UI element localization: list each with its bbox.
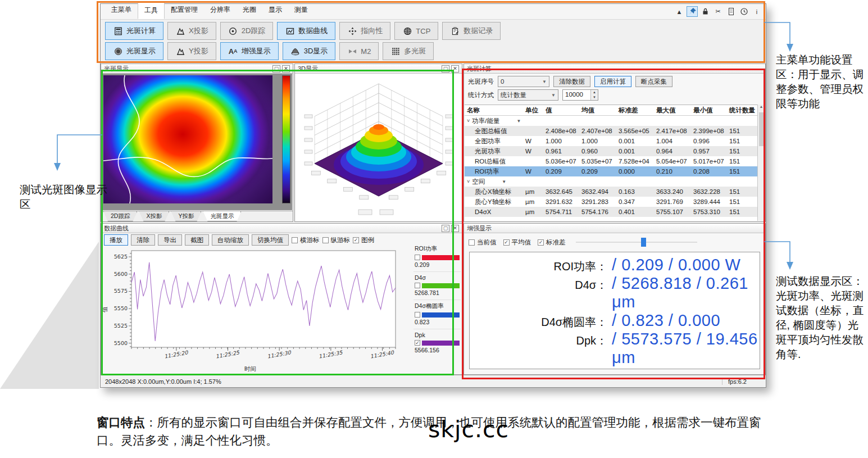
stat-count-spinner[interactable]: 10000 ▲▼ [562,89,598,101]
curve-checkbox-图例[interactable]: ✓图例 [353,236,374,244]
table-header[interactable]: 单位 [523,106,543,115]
table-header[interactable]: 统计数量 [727,106,757,115]
curve-checkbox-纵游标[interactable]: 纵游标 [322,236,351,244]
curve-chart-area[interactable]: 值 55005525555055755600562511:25:2011:25:… [101,247,412,374]
curve-button-导出[interactable]: 导出 [158,234,182,246]
menu-tab-光圈[interactable]: 光圈 [237,2,262,19]
calc-button-启用计算[interactable]: 启用计算 [594,76,631,87]
calc-button-断点采集[interactable]: 断点采集 [635,76,672,87]
menu-tab-主菜单[interactable]: 主菜单 [105,2,138,19]
ribbon-button-多光斑[interactable]: 多光斑 [383,42,434,60]
legend-checkbox[interactable]: ✓ [415,340,420,346]
table-header[interactable]: 均值 [579,106,616,115]
stat-mode-select[interactable]: 统计数量 ▼ [498,89,558,101]
table-cell: 0.001 [616,148,654,155]
collapse-group-icon[interactable]: ˅ [467,118,470,124]
maximize-button[interactable]: ▢ [442,65,449,72]
ribbon-button-M2[interactable]: M2 [339,42,379,60]
ribbon-button-X投影[interactable]: X投影 [167,22,216,40]
table-row[interactable]: 质心Y轴坐标µm3291.6323291.2830.3473291.769328… [465,197,757,207]
table-header[interactable]: 名称 [465,106,523,115]
table-row[interactable]: 全图总幅值2.408e+082.407e+083.565e+052.417e+0… [465,126,757,136]
ribbon-button-指向性[interactable]: 指向性 [339,22,390,40]
table-row[interactable]: ROI功率W0.2090.2090.0000.2100.208151 [465,166,757,176]
file-icon[interactable] [725,6,737,17]
ribbon-button-光斑计算[interactable]: 光斑计算 [105,22,163,40]
table-cell: W [523,168,543,175]
maximize-button[interactable]: ▢ [442,225,449,232]
enhanced-checkbox-当前值[interactable]: 当前值 [469,238,497,247]
table-row[interactable]: D4σXµm5754.7115754.1760.4015755.1075753.… [465,207,757,217]
ribbon-button-增强显示[interactable]: AA增强显示 [220,42,279,60]
curve-checkbox-横游标[interactable]: 横游标 [292,236,320,244]
curve-button-清除[interactable]: 清除 [131,234,155,246]
table-row[interactable]: 全图功率W1.0001.0000.0011.0040.996151 [465,136,757,146]
checkbox-icon[interactable] [292,237,298,243]
table-header[interactable]: 最小值 [691,106,727,115]
table-header[interactable]: 值 [543,106,579,115]
app-window: 主菜单工具配置管理分辨率光圈显示测量 ▲✂i 光斑计算X投影2D跟踪数据曲线指向… [100,3,766,388]
ribbon-button-数据记录[interactable]: 数据记录 [442,22,501,40]
collapse-group-icon[interactable]: ˅ [467,179,470,184]
beam-tab-2D跟踪[interactable]: 2D跟踪 [103,211,137,221]
table-row[interactable]: 光斑功率W0.9610.9600.0010.9640.957151 [465,146,757,156]
table-cell: 0.401 [616,208,654,215]
legend-checkbox[interactable] [415,255,420,260]
beam-tab-X投影[interactable]: X投影 [139,211,169,221]
curve-button-截图[interactable]: 截图 [185,234,209,246]
checkbox-icon[interactable] [469,239,475,246]
beam-spot-image[interactable] [103,75,272,203]
ribbon-button-TCP[interactable]: TCP [394,22,438,40]
maximize-button[interactable]: ▢ [272,65,280,72]
close-button[interactable]: ✕ [451,225,459,232]
ribbon-button-光斑显示[interactable]: 光斑显示 [105,42,163,60]
lock-icon[interactable] [699,6,711,17]
history-icon[interactable] [738,6,749,17]
table-row[interactable]: 质心X轴坐标µm3632.6453632.4940.1633633.240363… [465,187,757,197]
filter-icon[interactable]: ▼ [516,119,521,124]
enhanced-checkbox-平均值[interactable]: ✓平均值 [503,238,531,247]
pin-icon[interactable] [687,6,698,17]
checkbox-icon[interactable] [322,237,329,243]
legend-checkbox[interactable] [415,283,420,288]
checkbox-icon[interactable]: ✓ [538,239,544,246]
table-scrollbar[interactable]: ▲ [757,105,765,221]
beam-tab-Y投影[interactable]: Y投影 [171,211,201,221]
table-header[interactable]: 标准差 [616,106,654,115]
legend-checkbox[interactable] [415,312,420,318]
ribbon-button-Y投影[interactable]: Y投影 [167,42,216,60]
spinner-arrows-icon[interactable]: ▲▼ [590,90,598,100]
menu-tab-分辨率[interactable]: 分辨率 [204,2,237,19]
menu-tab-测量[interactable]: 测量 [288,2,314,19]
curve-button-播放[interactable]: 播放 [104,234,128,246]
ribbon-button-label: 3D显示 [304,46,328,56]
menu-tab-工具[interactable]: 工具 [138,2,165,19]
menu-tab-配置管理[interactable]: 配置管理 [165,2,204,19]
filter-icon[interactable]: ▼ [502,179,506,184]
close-button[interactable]: ✕ [282,65,290,72]
calc-button-清除数据[interactable]: 清除数据 [553,76,590,87]
menu-tab-显示[interactable]: 显示 [262,2,288,19]
ribbon-button-2D跟踪[interactable]: 2D跟踪 [220,22,274,40]
enhanced-checkbox-标准差[interactable]: ✓标准差 [538,238,566,247]
ribbon-button-3D显示[interactable]: 3D显示 [283,42,336,60]
table-row[interactable]: ROI总幅值5.036e+075.035e+077.528e+045.054e+… [465,156,757,166]
plot3d-content[interactable] [296,74,461,221]
table-header[interactable]: 最大值 [654,106,691,115]
table-group-row[interactable]: ˅功率/能量▼ [465,116,757,126]
ribbon-button-数据曲线[interactable]: 数据曲线 [277,22,335,40]
close-button[interactable]: ✕ [451,65,459,72]
beam-tab-光斑显示[interactable]: 光斑显示 [203,211,241,221]
slider-handle[interactable] [641,238,646,247]
table-group-row[interactable]: ˅空间▼ [465,176,757,187]
info-icon[interactable]: i [751,6,762,17]
checkbox-label: 当前值 [477,238,497,247]
checkbox-icon[interactable]: ✓ [503,239,510,246]
collapse-icon[interactable]: ▲ [674,6,685,17]
curve-button-自动缩放[interactable]: 自动缩放 [212,234,249,246]
curve-button-切换均值[interactable]: 切换均值 [252,234,289,246]
spot-index-select[interactable]: 0 ▼ [498,76,549,87]
font-size-slider[interactable] [576,237,697,247]
checkbox-icon[interactable]: ✓ [353,237,359,243]
cut-icon[interactable]: ✂ [712,6,724,17]
